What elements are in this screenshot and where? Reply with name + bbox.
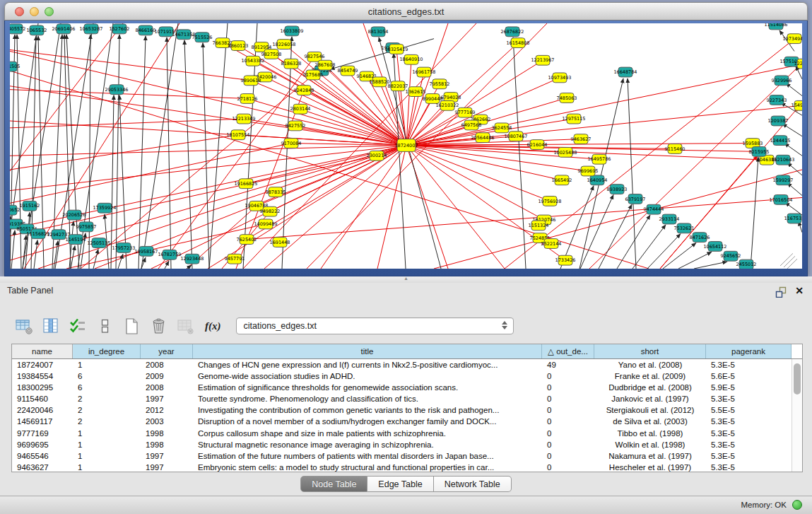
- network-canvas[interactable]: 1872400724055721065532206914061065328715…: [10, 23, 802, 269]
- network-node[interactable]: 1599297: [773, 175, 794, 185]
- network-node[interactable]: 17957233: [112, 243, 135, 253]
- network-node[interactable]: 9827508: [261, 49, 282, 59]
- network-node[interactable]: 1665492: [552, 175, 572, 185]
- network-node[interactable]: 9474444: [644, 204, 664, 214]
- network-node[interactable]: 18640910: [399, 54, 423, 64]
- network-node[interactable]: 8860123: [228, 41, 249, 51]
- network-node[interactable]: 10654112: [703, 242, 726, 252]
- show-columns-icon[interactable]: [42, 317, 60, 335]
- network-node[interactable]: 8186328: [281, 59, 302, 69]
- table-mode-icon[interactable]: [16, 317, 33, 335]
- network-node[interactable]: 16495786: [587, 154, 611, 164]
- network-node[interactable]: 9242848: [294, 86, 314, 95]
- network-graph[interactable]: 1872400724055721065532206914061065328715…: [10, 23, 802, 269]
- network-node[interactable]: 1145194: [66, 235, 86, 245]
- network-node[interactable]: 9777169: [455, 107, 476, 117]
- column-header-in-degree[interactable]: in_degree: [73, 344, 141, 358]
- function-builder-icon[interactable]: f(x): [204, 320, 223, 332]
- network-node[interactable]: 12213967: [531, 55, 554, 65]
- delete-column-icon[interactable]: [150, 317, 167, 335]
- network-window-titlebar[interactable]: citations_edges.txt: [4, 2, 808, 21]
- network-node[interactable]: 9227343: [767, 95, 787, 105]
- network-node[interactable]: 1362615: [406, 87, 426, 97]
- network-node[interactable]: 19166825: [234, 179, 257, 189]
- network-node[interactable]: 10025488: [553, 147, 577, 157]
- network-node[interactable]: 9498222: [260, 206, 281, 216]
- network-node[interactable]: 2867608: [315, 60, 336, 70]
- float-panel-button[interactable]: [775, 286, 787, 298]
- table-scrollbar[interactable]: [792, 359, 802, 472]
- table-row[interactable]: 946554611997Estimation of the future num…: [12, 450, 792, 462]
- network-node[interactable]: 1915162: [20, 201, 40, 211]
- network-node[interactable]: 1640954: [587, 175, 608, 185]
- network-node[interactable]: 9175685: [303, 70, 324, 80]
- network-node[interactable]: 6497568: [461, 120, 482, 130]
- network-node[interactable]: 9463627: [571, 134, 592, 144]
- column-check-icon[interactable]: [69, 317, 87, 335]
- column-header-year[interactable]: year: [141, 344, 193, 358]
- network-node[interactable]: 9245652: [721, 251, 741, 261]
- network-node[interactable]: 20691406: [52, 24, 75, 34]
- table-row[interactable]: 911546021997Tourette syndrome. Phenomeno…: [12, 393, 792, 404]
- network-node[interactable]: 7515526: [192, 33, 213, 42]
- network-node[interactable]: 8471626: [690, 233, 710, 243]
- network-node[interactable]: 9170084: [281, 139, 302, 148]
- network-node[interactable]: 7625402: [237, 235, 257, 245]
- network-node[interactable]: 9699695: [578, 166, 599, 176]
- network-node[interactable]: 2803144: [290, 104, 311, 114]
- network-node[interactable]: 1151324: [529, 221, 549, 230]
- network-node[interactable]: 2620652: [10, 205, 20, 215]
- network-node[interactable]: 8215955: [749, 146, 770, 156]
- network-node[interactable]: 9115460: [665, 144, 686, 154]
- network-node[interactable]: 2405572: [10, 24, 25, 34]
- network-node[interactable]: 6216044: [527, 140, 548, 150]
- network-node[interactable]: 8938923: [607, 185, 628, 194]
- network-node[interactable]: 19958167: [134, 246, 158, 256]
- table-select[interactable]: citations_edges.txt: [236, 317, 514, 334]
- network-node[interactable]: 17359924: [93, 203, 116, 213]
- network-node[interactable]: 26876822: [500, 27, 524, 37]
- network-node[interactable]: 8427552: [286, 121, 306, 131]
- network-node[interactable]: 7485063: [557, 93, 577, 103]
- network-node[interactable]: 7532621: [674, 223, 695, 233]
- network-node[interactable]: 18107554: [226, 130, 249, 140]
- network-node[interactable]: 16210643: [771, 155, 794, 165]
- scrollbar-thumb[interactable]: [794, 363, 801, 395]
- network-node[interactable]: 16033809: [280, 26, 303, 36]
- network-node[interactable]: 19734943: [782, 34, 802, 44]
- table-row[interactable]: 1938455462009Genome-wide association stu…: [12, 370, 792, 382]
- network-node[interactable]: 16154808: [506, 38, 529, 48]
- table-row[interactable]: 1872400712008Changes of HCN gene express…: [12, 359, 792, 370]
- network-node[interactable]: 2522144: [541, 239, 562, 249]
- network-node[interactable]: 9457791: [225, 254, 245, 264]
- network-node[interactable]: 8466160: [136, 25, 156, 35]
- network-node[interactable]: 2933114: [659, 214, 680, 224]
- rows-icon[interactable]: [96, 317, 114, 335]
- network-node[interactable]: 16648784: [613, 67, 637, 77]
- network-node[interactable]: 8813054: [368, 27, 389, 37]
- network-node[interactable]: 1065532: [27, 25, 47, 35]
- network-node[interactable]: 11514086: [764, 23, 787, 30]
- network-node[interactable]: 18724007: [394, 139, 418, 152]
- network-node[interactable]: 5878335: [266, 187, 286, 197]
- table-row[interactable]: 946362711997Embryonic stem cells: a mode…: [12, 462, 792, 472]
- network-node[interactable]: 16782759: [158, 250, 181, 259]
- panel-splitter[interactable]: ▴: [0, 276, 812, 283]
- network-node[interactable]: 2718126: [237, 94, 258, 104]
- network-node[interactable]: 1244415: [770, 136, 791, 146]
- network-node[interactable]: 9975857: [76, 222, 97, 232]
- network-node[interactable]: 1167533: [784, 214, 802, 223]
- network-node[interactable]: 1588520: [370, 77, 390, 87]
- network-node[interactable]: 1527602: [110, 24, 130, 34]
- tab-network-table[interactable]: Network Table: [434, 476, 512, 492]
- network-node[interactable]: 3624554: [492, 123, 512, 133]
- network-node[interactable]: 7955812: [430, 79, 450, 89]
- column-header-pagerank[interactable]: pagerank: [706, 344, 792, 358]
- network-node[interactable]: 2300214: [367, 151, 387, 160]
- close-panel-button[interactable]: ✕: [795, 285, 804, 296]
- network-node[interactable]: 8454749: [338, 66, 358, 76]
- new-column-icon[interactable]: [123, 317, 141, 335]
- network-node[interactable]: 1209387: [768, 116, 789, 126]
- table-row[interactable]: 2242004622012Investigating the contribut…: [12, 404, 792, 416]
- network-node[interactable]: 2455012: [736, 259, 757, 269]
